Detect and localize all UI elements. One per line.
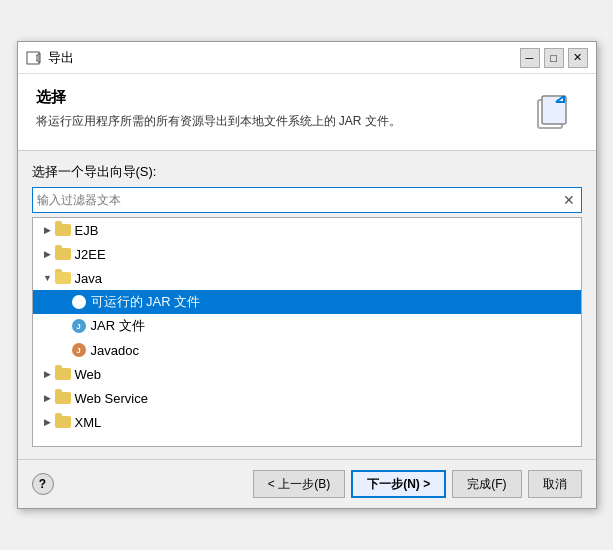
tree-label-java: Java: [75, 271, 102, 286]
tree-item-j2ee[interactable]: ▶ J2EE: [33, 242, 581, 266]
tree-item-java[interactable]: ▼ Java: [33, 266, 581, 290]
tree-label-jar: JAR 文件: [91, 317, 145, 335]
clear-icon[interactable]: ✕: [561, 192, 577, 208]
folder-icon: [55, 366, 71, 382]
cancel-button[interactable]: 取消: [528, 470, 582, 498]
footer-section: ? < 上一步(B) 下一步(N) > 完成(F) 取消: [18, 459, 596, 508]
chevron-right-icon: ▶: [41, 367, 55, 381]
finish-button[interactable]: 完成(F): [452, 470, 521, 498]
dialog-icon: [26, 50, 42, 66]
tree-item-web[interactable]: ▶ Web: [33, 362, 581, 386]
chevron-right-icon: ▶: [41, 247, 55, 261]
chevron-right-icon: ▶: [41, 223, 55, 237]
search-input[interactable]: [37, 193, 561, 207]
tree-label-j2ee: J2EE: [75, 247, 106, 262]
export-dialog: 导出 ─ □ ✕ 选择 将运行应用程序所需的所有资源导出到本地文件系统上的 JA…: [17, 41, 597, 509]
spacer: ▶: [57, 295, 71, 309]
next-button[interactable]: 下一步(N) >: [351, 470, 446, 498]
footer-right: < 上一步(B) 下一步(N) > 完成(F) 取消: [253, 470, 582, 498]
folder-icon: [55, 390, 71, 406]
tree-label-xml: XML: [75, 415, 102, 430]
tree-area: ▶ EJB ▶ J2EE ▼ Java: [32, 217, 582, 447]
footer-left: ?: [32, 473, 54, 495]
tree-label-web: Web: [75, 367, 102, 382]
main-content: 选择一个导出向导(S): ✕ ▶ EJB ▶ J2EE: [18, 151, 596, 459]
jar-icon: J: [71, 318, 87, 334]
minimize-button[interactable]: ─: [520, 48, 540, 68]
runnable-jar-icon: J: [71, 294, 87, 310]
window-controls: ─ □ ✕: [520, 48, 588, 68]
svg-rect-2: [542, 96, 566, 124]
header-text: 选择 将运行应用程序所需的所有资源导出到本地文件系统上的 JAR 文件。: [36, 88, 401, 130]
spacer: ▶: [57, 319, 71, 333]
tree-item-xml[interactable]: ▶ XML: [33, 410, 581, 434]
folder-open-icon: [55, 270, 71, 286]
tree-item-ejb[interactable]: ▶ EJB: [33, 218, 581, 242]
chevron-right-icon: ▶: [41, 391, 55, 405]
header-title: 选择: [36, 88, 401, 107]
wizard-label: 选择一个导出向导(S):: [32, 163, 582, 181]
folder-icon: [55, 222, 71, 238]
tree-item-runnable-jar[interactable]: ▶ J 可运行的 JAR 文件: [33, 290, 581, 314]
tree-item-jar[interactable]: ▶ J JAR 文件: [33, 314, 581, 338]
tree-item-web-service[interactable]: ▶ Web Service: [33, 386, 581, 410]
dialog-title: 导出: [48, 49, 520, 67]
help-button[interactable]: ?: [32, 473, 54, 495]
folder-icon: [55, 414, 71, 430]
folder-icon: [55, 246, 71, 262]
tree-label-web-service: Web Service: [75, 391, 148, 406]
title-bar: 导出 ─ □ ✕: [18, 42, 596, 74]
close-button[interactable]: ✕: [568, 48, 588, 68]
maximize-button[interactable]: □: [544, 48, 564, 68]
tree-label-runnable-jar: 可运行的 JAR 文件: [91, 293, 201, 311]
header-export-icon: [530, 88, 578, 136]
chevron-down-icon: ▼: [41, 271, 55, 285]
back-button[interactable]: < 上一步(B): [253, 470, 345, 498]
header-description: 将运行应用程序所需的所有资源导出到本地文件系统上的 JAR 文件。: [36, 113, 401, 130]
tree-label-ejb: EJB: [75, 223, 99, 238]
javadoc-icon: J: [71, 342, 87, 358]
tree-item-javadoc[interactable]: ▶ J Javadoc: [33, 338, 581, 362]
spacer: ▶: [57, 343, 71, 357]
search-row: ✕: [32, 187, 582, 213]
chevron-right-icon: ▶: [41, 415, 55, 429]
tree-label-javadoc: Javadoc: [91, 343, 139, 358]
header-section: 选择 将运行应用程序所需的所有资源导出到本地文件系统上的 JAR 文件。: [18, 74, 596, 151]
